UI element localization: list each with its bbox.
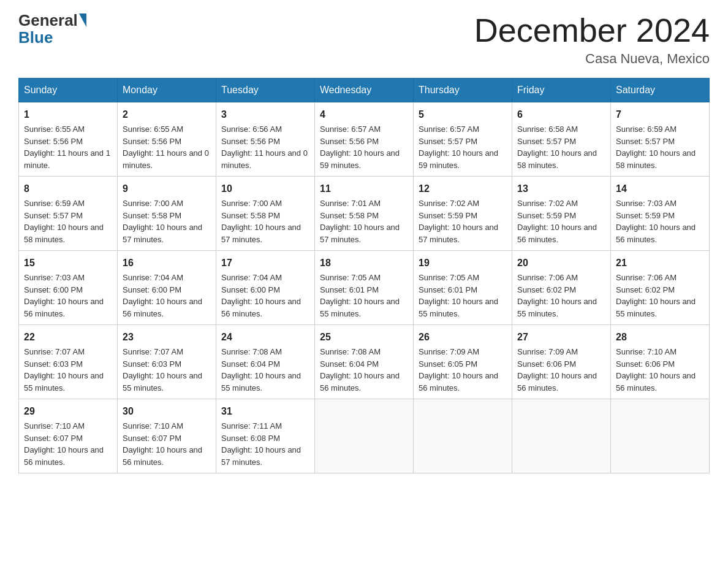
day-number: 23 [123,330,211,345]
calendar-cell: 8Sunrise: 6:59 AMSunset: 5:57 PMDaylight… [19,177,118,251]
day-number: 17 [221,256,309,270]
day-info: Sunrise: 7:08 AMSunset: 6:04 PMDaylight:… [221,347,301,393]
day-info: Sunrise: 7:04 AMSunset: 6:00 PMDaylight:… [221,273,301,318]
day-info: Sunrise: 6:57 AMSunset: 5:56 PMDaylight:… [320,124,400,170]
header-wednesday: Wednesday [315,79,414,102]
day-info: Sunrise: 7:06 AMSunset: 6:02 PMDaylight:… [517,273,597,318]
day-number: 3 [221,107,309,122]
day-number: 21 [616,256,704,270]
day-info: Sunrise: 7:03 AMSunset: 6:00 PMDaylight:… [24,273,104,318]
header-thursday: Thursday [414,79,512,102]
day-number: 24 [221,330,309,345]
day-info: Sunrise: 7:02 AMSunset: 5:59 PMDaylight:… [419,199,498,244]
calendar-week-row: 29Sunrise: 7:10 AMSunset: 6:07 PMDayligh… [19,399,710,473]
calendar-cell [611,399,710,473]
day-info: Sunrise: 7:10 AMSunset: 6:06 PMDaylight:… [616,347,696,393]
day-number: 28 [616,330,704,345]
day-info: Sunrise: 7:00 AMSunset: 5:58 PMDaylight:… [221,199,301,244]
day-info: Sunrise: 6:59 AMSunset: 5:57 PMDaylight:… [24,199,104,244]
day-number: 11 [320,182,408,196]
day-info: Sunrise: 7:01 AMSunset: 5:58 PMDaylight:… [320,199,400,244]
day-number: 9 [123,182,211,196]
day-number: 10 [221,182,309,196]
logo-blue-text: Blue [18,28,53,47]
day-number: 8 [24,182,112,196]
logo-arrow-icon [79,13,86,27]
day-number: 6 [517,107,605,122]
day-number: 5 [419,107,507,122]
calendar-cell: 21Sunrise: 7:06 AMSunset: 6:02 PMDayligh… [611,251,710,325]
calendar-cell: 14Sunrise: 7:03 AMSunset: 5:59 PMDayligh… [611,177,710,251]
location-text: Casa Nueva, Mexico [474,51,710,67]
header-tuesday: Tuesday [216,79,315,102]
day-number: 29 [24,404,112,419]
day-number: 27 [517,330,605,345]
day-info: Sunrise: 6:59 AMSunset: 5:57 PMDaylight:… [616,124,696,170]
calendar-cell: 10Sunrise: 7:00 AMSunset: 5:58 PMDayligh… [216,177,315,251]
day-info: Sunrise: 7:02 AMSunset: 5:59 PMDaylight:… [517,199,597,244]
calendar-cell: 28Sunrise: 7:10 AMSunset: 6:06 PMDayligh… [611,325,710,399]
day-number: 7 [616,107,704,122]
calendar-week-row: 1Sunrise: 6:55 AMSunset: 5:56 PMDaylight… [19,102,710,177]
day-info: Sunrise: 7:04 AMSunset: 6:00 PMDaylight:… [123,273,202,318]
day-number: 2 [123,107,211,122]
calendar-cell: 9Sunrise: 7:00 AMSunset: 5:58 PMDaylight… [118,177,216,251]
day-info: Sunrise: 7:10 AMSunset: 6:07 PMDaylight:… [24,421,104,467]
calendar-cell [315,399,414,473]
day-info: Sunrise: 7:00 AMSunset: 5:58 PMDaylight:… [123,199,202,244]
calendar-cell: 30Sunrise: 7:10 AMSunset: 6:07 PMDayligh… [118,399,216,473]
calendar-cell: 31Sunrise: 7:11 AMSunset: 6:08 PMDayligh… [216,399,315,473]
calendar-cell: 24Sunrise: 7:08 AMSunset: 6:04 PMDayligh… [216,325,315,399]
header-sunday: Sunday [19,79,118,102]
calendar-cell: 22Sunrise: 7:07 AMSunset: 6:03 PMDayligh… [19,325,118,399]
day-number: 14 [616,182,704,196]
calendar-cell [414,399,512,473]
calendar-cell: 3Sunrise: 6:56 AMSunset: 5:56 PMDaylight… [216,102,315,177]
day-info: Sunrise: 6:56 AMSunset: 5:56 PMDaylight:… [221,124,308,170]
day-info: Sunrise: 7:07 AMSunset: 6:03 PMDaylight:… [24,347,104,393]
calendar-cell: 18Sunrise: 7:05 AMSunset: 6:01 PMDayligh… [315,251,414,325]
calendar-cell: 2Sunrise: 6:55 AMSunset: 5:56 PMDaylight… [118,102,216,177]
header-friday: Friday [512,79,611,102]
logo-general-text: General [18,12,78,28]
month-title: December 2024 [474,12,710,48]
calendar-cell: 13Sunrise: 7:02 AMSunset: 5:59 PMDayligh… [512,177,611,251]
day-info: Sunrise: 7:05 AMSunset: 6:01 PMDaylight:… [419,273,498,318]
calendar-cell: 15Sunrise: 7:03 AMSunset: 6:00 PMDayligh… [19,251,118,325]
day-info: Sunrise: 7:05 AMSunset: 6:01 PMDaylight:… [320,273,400,318]
calendar-cell: 17Sunrise: 7:04 AMSunset: 6:00 PMDayligh… [216,251,315,325]
day-number: 12 [419,182,507,196]
day-number: 31 [221,404,309,419]
day-number: 22 [24,330,112,345]
day-info: Sunrise: 7:09 AMSunset: 6:06 PMDaylight:… [517,347,597,393]
header-monday: Monday [118,79,216,102]
day-info: Sunrise: 6:55 AMSunset: 5:56 PMDaylight:… [123,124,209,170]
calendar-cell: 27Sunrise: 7:09 AMSunset: 6:06 PMDayligh… [512,325,611,399]
title-area: December 2024 Casa Nueva, Mexico [474,12,710,67]
calendar-cell [512,399,611,473]
calendar-cell: 26Sunrise: 7:09 AMSunset: 6:05 PMDayligh… [414,325,512,399]
day-number: 30 [123,404,211,419]
page-header: General Blue December 2024 Casa Nueva, M… [18,12,710,67]
day-number: 16 [123,256,211,270]
day-number: 4 [320,107,408,122]
day-info: Sunrise: 7:11 AMSunset: 6:08 PMDaylight:… [221,421,301,467]
calendar-cell: 19Sunrise: 7:05 AMSunset: 6:01 PMDayligh… [414,251,512,325]
day-number: 15 [24,256,112,270]
calendar-cell: 29Sunrise: 7:10 AMSunset: 6:07 PMDayligh… [19,399,118,473]
header-saturday: Saturday [611,79,710,102]
day-number: 26 [419,330,507,345]
calendar-cell: 1Sunrise: 6:55 AMSunset: 5:56 PMDaylight… [19,102,118,177]
day-info: Sunrise: 7:07 AMSunset: 6:03 PMDaylight:… [123,347,202,393]
day-info: Sunrise: 7:08 AMSunset: 6:04 PMDaylight:… [320,347,400,393]
calendar-cell: 23Sunrise: 7:07 AMSunset: 6:03 PMDayligh… [118,325,216,399]
day-info: Sunrise: 6:57 AMSunset: 5:57 PMDaylight:… [419,124,498,170]
calendar-cell: 11Sunrise: 7:01 AMSunset: 5:58 PMDayligh… [315,177,414,251]
calendar-week-row: 8Sunrise: 6:59 AMSunset: 5:57 PMDaylight… [19,177,710,251]
calendar-cell: 4Sunrise: 6:57 AMSunset: 5:56 PMDaylight… [315,102,414,177]
day-number: 18 [320,256,408,270]
calendar-cell: 6Sunrise: 6:58 AMSunset: 5:57 PMDaylight… [512,102,611,177]
day-info: Sunrise: 7:06 AMSunset: 6:02 PMDaylight:… [616,273,696,318]
day-info: Sunrise: 7:03 AMSunset: 5:59 PMDaylight:… [616,199,696,244]
day-number: 19 [419,256,507,270]
